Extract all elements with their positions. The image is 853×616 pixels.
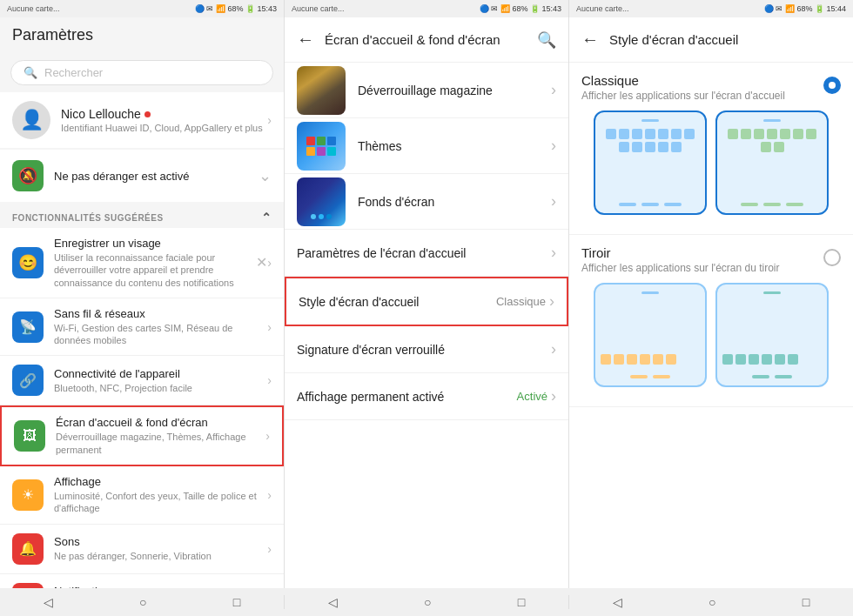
classique-name: Classique	[581, 73, 785, 88]
user-sub: Identifiant Huawei ID, Cloud, AppGallery…	[61, 123, 267, 133]
home-item-permanent[interactable]: Affichage permanent activé Activé ›	[285, 373, 568, 420]
bluetooth-title: Connectivité de l'appareil	[54, 367, 267, 380]
wifi-title: Sans fil & réseaux	[54, 307, 267, 320]
themes-title: Thèmes	[358, 139, 551, 153]
user-dot	[144, 111, 151, 117]
status-icons-2: 🔵 ✉ 📶 68% 🔋 15:43	[480, 4, 561, 13]
bluetooth-content: Connectivité de l'appareil Bluetooth, NF…	[54, 367, 267, 394]
user-chevron-icon: ›	[267, 113, 272, 127]
face-close-icon: ✕	[256, 254, 267, 271]
tiroir-option[interactable]: Tiroir Afficher les applications sur l'é…	[569, 235, 853, 407]
face-title: Enregistrer un visage	[54, 237, 251, 250]
face-sub: Utiliser la reconnaissance faciale pour …	[54, 251, 251, 289]
magazine-text: Déverrouillage magazine	[358, 84, 551, 97]
dnd-chevron-icon: ⌄	[259, 166, 272, 185]
settings-item-notif[interactable]: 🔔 Notifications Badges, Notifications su…	[0, 574, 284, 588]
search-input-box[interactable]: 🔍 Rechercher	[10, 60, 273, 85]
settings-item-wifi[interactable]: 📡 Sans fil & réseaux Wi-Fi, Gestion des …	[0, 298, 284, 357]
sound-content: Sons Ne pas déranger, Sonnerie, Vibratio…	[54, 535, 267, 562]
style-back-button[interactable]: ←	[581, 30, 599, 50]
section-header-arrow-icon: ⌃	[261, 211, 272, 224]
status-carrier-3: Aucune carte...	[576, 4, 629, 13]
nav-recent-button-2[interactable]: □	[518, 595, 525, 609]
home-item-wallpaper[interactable]: Fonds d'écran ›	[285, 174, 568, 230]
home-item-magazine[interactable]: Déverrouillage magazine ›	[285, 63, 568, 118]
magazine-chevron-icon: ›	[551, 81, 556, 99]
classique-desc: Afficher les applications sur l'écran d'…	[581, 90, 785, 102]
home-item-style[interactable]: Style d'écran d'accueil Classique ›	[285, 277, 568, 326]
status-carrier-1: Aucune carte...	[7, 4, 60, 13]
style-panel-title: Style d'écran d'accueil	[609, 32, 841, 47]
nav-home-button-3[interactable]: ○	[709, 595, 715, 609]
bluetooth-arrow-icon: ›	[267, 373, 272, 387]
sound-title: Sons	[54, 535, 267, 548]
nav-recent-button-3[interactable]: □	[803, 595, 809, 609]
display-arrow-icon: ›	[267, 488, 272, 502]
wifi-arrow-icon: ›	[267, 320, 272, 334]
style-title: Style d'écran d'accueil	[299, 295, 496, 309]
wallpaper-thumb	[297, 177, 346, 226]
tiroir-radio[interactable]	[823, 249, 841, 266]
notif-content: Notifications Badges, Notifications sur …	[54, 585, 267, 588]
settings-item-bluetooth[interactable]: 🔗 Connectivité de l'appareil Bluetooth, …	[0, 356, 284, 405]
search-icon: 🔍	[24, 66, 37, 79]
classique-phone-1	[594, 110, 707, 215]
classique-radio[interactable]	[823, 77, 841, 94]
settings-item-face[interactable]: 😊 Enregistrer un visage Utiliser la reco…	[0, 228, 284, 298]
dnd-row[interactable]: 🔕 Ne pas déranger est activé ⌄	[0, 150, 284, 202]
permanent-chevron-icon: ›	[551, 387, 556, 405]
home-item-signature[interactable]: Signature d'écran verrouillé ›	[285, 326, 568, 373]
sound-sub: Ne pas déranger, Sonnerie, Vibration	[54, 550, 267, 562]
nav-panel-3: ◁ ○ □	[569, 595, 853, 609]
settings-item-display[interactable]: ☀ Affichage Luminosité, Confort des yeux…	[0, 466, 284, 525]
bluetooth-sub: Bluetooth, NFC, Projection facile	[54, 382, 267, 394]
settings-item-sound[interactable]: 🔔 Sons Ne pas déranger, Sonnerie, Vibrat…	[0, 525, 284, 574]
themes-text: Thèmes	[358, 139, 551, 153]
signature-chevron-icon: ›	[551, 340, 556, 358]
face-arrow-icon: ›	[267, 256, 272, 270]
screen-content: Écran d'accueil & fond d'écran Déverroui…	[56, 416, 265, 456]
home-item-themes[interactable]: Thèmes ›	[285, 118, 568, 174]
status-bar-panel-3: Aucune carte... 🔵 ✉ 📶 68% 🔋 15:44	[569, 0, 853, 17]
settings-list: 😊 Enregistrer un visage Utiliser la reco…	[0, 228, 284, 588]
face-icon: 😊	[12, 247, 44, 278]
magazine-thumb	[297, 66, 346, 115]
nav-home-button-2[interactable]: ○	[424, 595, 431, 609]
settings-item-screen[interactable]: 🖼 Écran d'accueil & fond d'écran Déverro…	[0, 405, 284, 466]
display-sub: Luminosité, Confort des yeux, Taille de …	[54, 490, 267, 515]
nav-recent-button-1[interactable]: □	[233, 595, 240, 609]
home-item-params[interactable]: Paramètres de l'écran d'accueil ›	[285, 230, 568, 277]
nav-home-button-1[interactable]: ○	[139, 595, 146, 609]
wifi-icon: 📡	[12, 311, 44, 343]
classique-option[interactable]: Classique Afficher les applications sur …	[569, 63, 853, 235]
notif-title: Notifications	[54, 585, 267, 588]
style-chevron-icon: ›	[549, 292, 554, 311]
screen-arrow-icon: ›	[265, 429, 270, 443]
home-back-button[interactable]: ←	[297, 30, 314, 50]
home-list: Déverrouillage magazine ›	[285, 63, 568, 588]
wallpaper-text: Fonds d'écran	[358, 195, 551, 209]
nav-back-button-3[interactable]: ◁	[613, 595, 622, 609]
avatar: 👤	[12, 101, 50, 139]
style-value: Classique	[496, 295, 546, 308]
home-search-icon[interactable]: 🔍	[537, 30, 556, 50]
status-icons-3: 🔵 ✉ 📶 68% 🔋 15:44	[764, 4, 846, 13]
settings-title: Paramètres	[12, 24, 272, 50]
style-panel: ← Style d'écran d'accueil Classique Affi…	[569, 17, 853, 588]
user-row[interactable]: 👤 Nico Lellouche Identifiant Huawei ID, …	[0, 92, 284, 148]
screen-title: Écran d'accueil & fond d'écran	[56, 416, 265, 429]
search-container: 🔍 Rechercher	[0, 53, 284, 92]
tiroir-phones	[581, 274, 841, 396]
nav-panel-2: ◁ ○ □	[285, 595, 569, 609]
nav-back-button-1[interactable]: ◁	[44, 595, 53, 609]
wallpaper-chevron-icon: ›	[551, 192, 556, 211]
themes-chevron-icon: ›	[551, 137, 556, 155]
params-chevron-icon: ›	[551, 244, 556, 262]
dnd-text: Ne pas déranger est activé	[54, 170, 259, 183]
style-header: ← Style d'écran d'accueil	[569, 17, 853, 63]
tiroir-info: Tiroir Afficher les applications sur l'é…	[581, 245, 780, 274]
status-carrier-2: Aucune carte...	[292, 4, 345, 13]
settings-panel: Paramètres 🔍 Rechercher 👤 Nico Lellouche…	[0, 17, 285, 588]
nav-back-button-2[interactable]: ◁	[328, 595, 338, 609]
tiroir-desc: Afficher les applications sur l'écran du…	[581, 262, 780, 274]
